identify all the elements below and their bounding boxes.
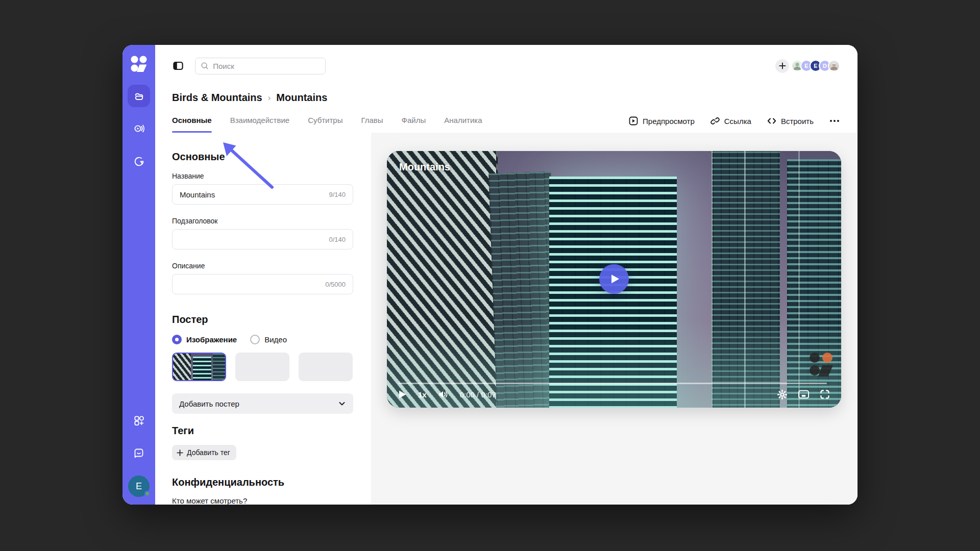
- speed-button[interactable]: 1x: [418, 390, 427, 399]
- poster-video-radio[interactable]: Видео: [250, 335, 287, 344]
- sidebar-bottom: E: [128, 409, 150, 497]
- code-icon: [767, 116, 777, 126]
- privacy-question-label: Кто может смотреть?: [172, 496, 353, 505]
- fullscreen-icon: [820, 389, 830, 399]
- video-player[interactable]: Mountains: [387, 151, 841, 408]
- user-avatar-initial: E: [136, 481, 142, 492]
- sidebar-item-projects[interactable]: [128, 85, 150, 107]
- play-icon: [398, 390, 407, 399]
- subtitle-input[interactable]: [180, 235, 325, 244]
- member-avatar-photo[interactable]: [828, 60, 840, 72]
- link-button[interactable]: Ссылка: [710, 116, 751, 126]
- add-poster-dropdown[interactable]: Добавить постер: [172, 393, 353, 414]
- plus-icon: [779, 62, 786, 69]
- more-icon: [830, 120, 832, 122]
- play-icon: [609, 273, 621, 284]
- breadcrumb-separator: ›: [268, 93, 271, 103]
- add-member-button[interactable]: [775, 59, 789, 73]
- preview-button[interactable]: Предпросмотр: [628, 116, 695, 126]
- play-button[interactable]: [398, 390, 407, 399]
- search-icon: [201, 61, 209, 70]
- avatar-initial: D: [823, 63, 827, 69]
- person-icon: [829, 61, 839, 71]
- gear-icon: [777, 389, 788, 400]
- breadcrumb-parent[interactable]: Birds & Mountains: [172, 92, 262, 104]
- panel-toggle-icon: [172, 60, 184, 72]
- poster-thumbnail-empty[interactable]: [299, 353, 353, 381]
- player-video-title: Mountains: [399, 161, 450, 173]
- kinescope-watermark-icon: [808, 352, 836, 377]
- apps-plus-icon: [133, 415, 145, 427]
- more-actions-button[interactable]: [829, 118, 840, 124]
- page-background: { "colors": { "accent": "#6564ec", "side…: [0, 0, 980, 551]
- sidebar-item-support-chat[interactable]: [128, 442, 150, 464]
- sidebar-item-streams[interactable]: [128, 117, 150, 140]
- poster-thumbnails: [172, 353, 353, 381]
- sidebar: E: [122, 45, 155, 505]
- poster-video-label: Видео: [264, 335, 287, 344]
- pip-button[interactable]: [798, 389, 810, 399]
- preview-play-icon: [628, 116, 639, 126]
- folder-icon: [133, 90, 145, 102]
- sidebar-toggle-button[interactable]: [172, 59, 185, 72]
- radio-selected-icon: [172, 335, 182, 344]
- tabs: Основные Взаимодействие Субтитры Главы Ф…: [172, 116, 482, 133]
- search-input[interactable]: [213, 62, 320, 70]
- big-play-button[interactable]: [599, 264, 629, 293]
- tab-analytics[interactable]: Аналитика: [444, 116, 482, 133]
- plus-icon: [177, 449, 183, 456]
- description-counter: 0/5000: [325, 281, 346, 288]
- content: Основные Название 9/140 Подзаголовок 0/1…: [155, 133, 857, 505]
- stream-icon: [133, 122, 145, 135]
- settings-button[interactable]: [777, 389, 788, 400]
- poster-image-radio[interactable]: Изображение: [172, 335, 237, 344]
- subtitle-counter: 0/140: [329, 236, 346, 243]
- tab-files[interactable]: Файлы: [402, 116, 426, 133]
- tab-main[interactable]: Основные: [172, 116, 212, 133]
- chevron-down-icon: [338, 399, 346, 408]
- fullscreen-button[interactable]: [820, 389, 830, 399]
- name-counter: 9/140: [329, 191, 346, 198]
- online-status-dot: [144, 491, 150, 496]
- member-avatar-stack: E E D: [794, 60, 840, 72]
- name-input[interactable]: [180, 190, 325, 199]
- player-controls: 1x 0:00 / 0:07: [398, 385, 830, 404]
- tab-subtitles[interactable]: Субтитры: [308, 116, 342, 133]
- volume-button[interactable]: [438, 389, 449, 399]
- sidebar-item-recorder[interactable]: [128, 150, 150, 172]
- kinescope-logo-icon[interactable]: [130, 55, 148, 72]
- name-field-wrap: 9/140: [172, 184, 353, 205]
- topbar: E E D: [155, 45, 857, 74]
- time-display: 0:00 / 0:07: [460, 390, 496, 399]
- embed-button[interactable]: Встроить: [767, 116, 814, 126]
- subtitle-label: Подзаголовок: [172, 217, 353, 225]
- page-actions: Предпросмотр Ссылка Встроить: [628, 116, 840, 126]
- radio-unselected-icon: [250, 335, 260, 344]
- user-avatar[interactable]: E: [128, 475, 150, 497]
- description-input[interactable]: [180, 280, 321, 289]
- picture-in-picture-icon: [798, 389, 810, 399]
- add-tag-button[interactable]: Добавить тег: [172, 445, 236, 460]
- progress-bar[interactable]: [398, 383, 827, 384]
- subtitle-field-wrap: 0/140: [172, 229, 353, 249]
- description-label: Описание: [172, 262, 353, 270]
- section-title-main: Основные: [172, 151, 353, 163]
- poster-thumbnail-empty[interactable]: [235, 353, 289, 381]
- chat-icon: [133, 447, 145, 459]
- tabs-row: Основные Взаимодействие Субтитры Главы Ф…: [172, 116, 840, 133]
- preview-label: Предпросмотр: [643, 117, 695, 126]
- name-label: Название: [172, 172, 353, 180]
- sidebar-item-apps[interactable]: [128, 409, 150, 432]
- link-icon: [710, 116, 720, 126]
- section-title-privacy: Конфиденциальность: [172, 477, 353, 488]
- section-title-poster: Постер: [172, 314, 353, 325]
- link-label: Ссылка: [724, 117, 751, 126]
- search-box: [195, 58, 326, 74]
- poster-thumbnail-selected[interactable]: [172, 353, 226, 381]
- add-tag-label: Добавить тег: [187, 448, 230, 457]
- tab-interaction[interactable]: Взаимодействие: [230, 116, 289, 133]
- breadcrumb-current: Mountains: [276, 92, 327, 104]
- form-pane: Основные Название 9/140 Подзаголовок 0/1…: [155, 133, 371, 505]
- tab-chapters[interactable]: Главы: [361, 116, 383, 133]
- main-area: E E D: [155, 45, 857, 505]
